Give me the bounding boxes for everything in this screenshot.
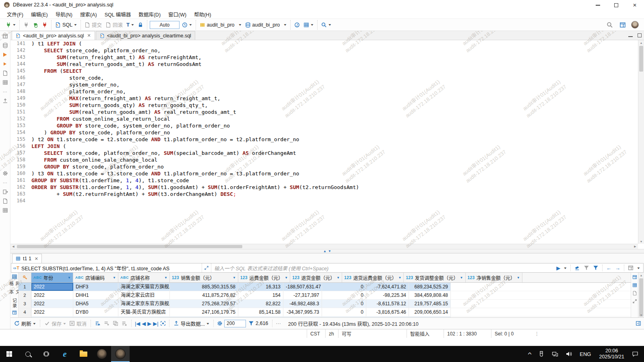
grid-cell[interactable]: 0 <box>322 317 366 317</box>
grid-cell[interactable]: 2022 <box>31 308 73 316</box>
row-number[interactable]: 5 <box>19 317 31 317</box>
connection-selector[interactable]: audit_bi_pro▼ <box>198 20 243 30</box>
grid-cell[interactable]: 0 <box>322 291 366 299</box>
grid-cell[interactable]: 海澜之家天猫官方旗舰店 <box>118 283 170 291</box>
grid-cell[interactable]: 411,875,276.82 <box>170 291 238 299</box>
record-mode-icon[interactable] <box>12 310 17 315</box>
grid-cell[interactable]: -7,624,471.82 <box>366 283 409 291</box>
panel-toggle-icon[interactable] <box>628 265 634 271</box>
grid-cell[interactable]: 天猫-英氏官方旗舰店 <box>118 308 170 316</box>
clear-filter-icon[interactable] <box>574 265 580 271</box>
row-number[interactable]: 3 <box>19 300 31 308</box>
fetch-settings-icon[interactable] <box>217 321 223 326</box>
search-button[interactable]: ▼ <box>320 20 332 30</box>
edit-cell-button[interactable] <box>94 321 101 326</box>
settings-gear-icon[interactable] <box>2 170 9 177</box>
delete-row-button[interactable] <box>121 321 128 326</box>
close-results-tab-icon[interactable]: ✕ <box>35 256 38 261</box>
filter-query-text[interactable]: SELECT SUBSTR(t1.orderTime, 1, 4) AS "年份… <box>21 264 202 272</box>
compare-button[interactable]: ▼ <box>302 20 315 30</box>
grid-cell[interactable]: 340 <box>238 317 283 317</box>
collapse-up-icon[interactable]: ▲ <box>323 250 326 253</box>
column-header-3[interactable]: 123销售金额（元）▼ <box>170 273 238 282</box>
column-filter-icon[interactable]: ▼ <box>398 276 401 280</box>
close-tab-icon[interactable]: ✕ <box>87 33 91 38</box>
value-panel-icon[interactable] <box>632 275 637 280</box>
grid-cell[interactable]: -3,816,675.46 <box>366 308 409 316</box>
script-grid-icon[interactable] <box>2 79 9 86</box>
references-panel-icon[interactable] <box>632 299 637 304</box>
menu-item-0[interactable]: 文件(F) <box>3 10 27 19</box>
more-settings-icon[interactable]: ⋯ <box>2 179 9 186</box>
editor-vertical-scrollbar[interactable]: ▲ ▼ <box>638 40 644 244</box>
export-data-button[interactable]: 导出数据...▼ <box>173 320 210 327</box>
grid-cell[interactable]: 82,822 <box>238 300 283 308</box>
grid-cell[interactable]: 140,860,683.69 <box>409 317 451 317</box>
row-number[interactable]: 1 <box>19 283 31 291</box>
maximize-button[interactable] <box>607 0 625 10</box>
perspective-button[interactable] <box>618 20 627 30</box>
grid-cell[interactable]: DYB0 <box>73 308 118 316</box>
editor-tab-1[interactable]: <audit_bi_pro> analysis_cleartime.sql <box>96 31 195 40</box>
grid-cell[interactable]: 2022 <box>31 317 73 317</box>
quick-search-button[interactable] <box>605 20 614 30</box>
grid-cell[interactable]: 海澜之家京东官方旗舰店 <box>118 300 170 308</box>
open-editor-icon[interactable] <box>2 98 9 104</box>
filters-icon[interactable] <box>593 265 599 271</box>
minimize-editor-icon[interactable] <box>628 33 633 38</box>
column-filter-icon[interactable]: ▼ <box>164 276 167 280</box>
menu-item-5[interactable]: 数据库(D) <box>135 10 165 19</box>
app-button-dbeaver[interactable] <box>111 346 130 362</box>
column-header-1[interactable]: ABC店铺编码▼ <box>73 273 118 282</box>
calc-panel-icon[interactable] <box>632 283 637 288</box>
save-button[interactable]: 保存▼ <box>43 320 67 327</box>
grid-cell[interactable]: DHA5 <box>73 300 118 308</box>
duplicate-row-button[interactable] <box>112 321 119 326</box>
transaction-log-button[interactable]: T▼ <box>125 20 135 30</box>
history-forward-icon[interactable]: → <box>615 265 620 271</box>
row-number[interactable]: 4 <box>19 308 31 316</box>
grid-cell[interactable]: 384,459,808.48 <box>409 291 451 299</box>
execute-script-icon[interactable] <box>2 61 9 67</box>
apply-filter-icon[interactable]: ▶ <box>556 265 560 271</box>
row-number[interactable]: 2 <box>19 291 31 299</box>
editor-tab-0[interactable]: <audit_bi_pro> analysis.sql✕ <box>12 31 95 40</box>
refresh-button[interactable]: 刷新▼ <box>13 320 37 327</box>
editor-results-splitter[interactable]: ▲ ▼ <box>10 249 644 253</box>
task-view-button[interactable] <box>37 346 56 362</box>
grid-cell[interactable]: DHF3 <box>73 283 118 291</box>
maximize-editor-icon[interactable] <box>638 33 642 37</box>
fetch-size-input[interactable]: 200 <box>224 320 246 327</box>
tray-expand-icon[interactable]: ^ <box>522 346 537 362</box>
grid-cell[interactable]: -35,231,783.11 <box>283 317 322 317</box>
overflow-menu-icon[interactable]: ··· <box>276 321 281 326</box>
add-row-button[interactable] <box>103 321 110 326</box>
schema-selector[interactable]: audit_bi_pro▼ <box>244 20 288 30</box>
grid-cell[interactable]: -188,507,631.47 <box>283 283 322 291</box>
grid-view-icon[interactable] <box>12 274 17 280</box>
grid-cell[interactable]: 209,006,650.14 <box>409 308 451 316</box>
history-back-icon[interactable]: ← <box>606 265 611 271</box>
column-header-8[interactable]: 123净销售金额（元）▼ <box>466 273 522 282</box>
menu-item-7[interactable]: 帮助(H) <box>190 10 215 19</box>
column-filter-icon[interactable]: ▼ <box>233 276 236 280</box>
menu-item-2[interactable]: 导航(N) <box>52 10 76 19</box>
disconnect-button[interactable] <box>41 20 49 30</box>
grid-cell[interactable]: 0 <box>322 300 366 308</box>
connect-button[interactable] <box>22 20 30 30</box>
row-count-button[interactable]: 2,616 <box>248 321 269 326</box>
grid-cell[interactable]: 2022 <box>31 291 73 299</box>
more-actions-icon[interactable]: ⋯ <box>2 88 9 95</box>
menu-item-3[interactable]: 搜索(A) <box>76 10 101 19</box>
column-filter-icon[interactable]: ▼ <box>68 276 71 280</box>
execute-statement-icon[interactable] <box>2 51 9 58</box>
column-header-7[interactable]: 123发货调整金额（元）▼ <box>404 273 465 282</box>
grid-cell[interactable]: 海澜之家抖音官方旗舰店 <box>118 317 170 317</box>
grid-panel-icon[interactable] <box>2 207 9 214</box>
minimize-button[interactable] <box>588 0 607 10</box>
column-filter-icon[interactable]: ▼ <box>517 276 520 280</box>
column-header-5[interactable]: 123退货金额（元）▼ <box>290 273 342 282</box>
prev-page-icon[interactable]: ◀ <box>142 321 146 327</box>
menu-item-6[interactable]: 窗口(W) <box>165 10 190 19</box>
start-button[interactable] <box>0 346 19 362</box>
